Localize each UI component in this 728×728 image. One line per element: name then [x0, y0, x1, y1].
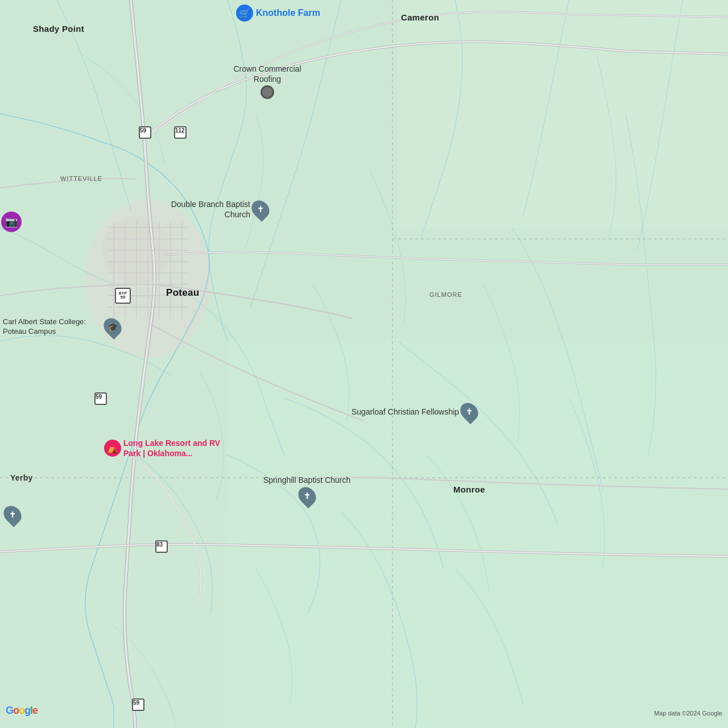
shield-59-mid-number: 59 — [96, 394, 102, 400]
camera-icon: 📷 — [5, 216, 18, 228]
double-branch-label: Double Branch Baptist Church — [159, 199, 250, 220]
shield-112-box: 112 — [174, 126, 187, 139]
map-attribution: Map data ©2024 Google — [654, 710, 722, 717]
shield-byp-number: 59 — [121, 295, 126, 300]
poi-carl-albert[interactable]: Carl Albert State College: Poteau Campus… — [0, 317, 121, 337]
knothole-farm-label: Knothole Farm — [256, 8, 320, 18]
poi-double-branch[interactable]: Double Branch Baptist Church ✝ — [159, 199, 268, 220]
long-lake-icon: ⛺ — [104, 440, 121, 457]
shield-112-number: 112 — [175, 127, 185, 134]
knothole-farm-icon: 🛒 — [236, 5, 253, 22]
shield-59-bot-number: 59 — [133, 700, 139, 706]
poi-long-lake[interactable]: ⛺ Long Lake Resort and RV Park | Oklahom… — [104, 438, 237, 458]
cross-left-icon: ✝ — [9, 510, 16, 519]
svg-rect-1 — [398, 0, 728, 228]
springhill-label: Springhill Baptist Church — [263, 475, 350, 485]
route-shield-59-mid: 59 — [94, 392, 107, 405]
shield-83-number: 83 — [156, 541, 163, 548]
map-svg-layer — [0, 0, 728, 728]
map-container[interactable]: 🛒 Knothole Farm Crown Commercial Roofing… — [0, 0, 728, 728]
shield-59-mid-box: 59 — [94, 392, 107, 405]
route-shield-112: 112 — [174, 126, 187, 139]
svg-rect-2 — [228, 341, 728, 728]
route-shield-byp-59: BYP 59 — [115, 288, 131, 304]
google-logo: Google — [6, 705, 38, 717]
sugarloaf-label: Sugarloaf Christian Fellowship — [351, 407, 459, 417]
crown-roofing-icon — [260, 85, 274, 99]
shield-byp-box: BYP 59 — [115, 288, 131, 304]
shield-59-top-number: 59 — [140, 127, 146, 134]
route-shield-59-top: 59 — [139, 126, 151, 139]
route-shield-83: 83 — [155, 540, 168, 553]
poi-sugarloaf[interactable]: Sugarloaf Christian Fellowship ✝ — [351, 402, 477, 421]
shield-83-box: 83 — [155, 540, 168, 553]
poi-crown-roofing[interactable]: Crown Commercial Roofing — [222, 64, 313, 99]
long-lake-label: Long Lake Resort and RV Park | Oklahoma.… — [123, 438, 237, 458]
crown-roofing-label: Crown Commercial Roofing — [222, 64, 313, 84]
poi-springhill[interactable]: Springhill Baptist Church ✝ — [263, 475, 350, 506]
poi-knothole-farm[interactable]: 🛒 Knothole Farm — [236, 5, 320, 22]
shield-59-bot-box: 59 — [132, 698, 144, 711]
springhill-icon: ✝ — [295, 483, 320, 508]
poi-camera-purple[interactable]: 📷 — [1, 212, 22, 232]
carl-albert-label: Carl Albert State College: Poteau Campus — [0, 317, 102, 337]
route-shield-59-bot: 59 — [132, 698, 144, 711]
shield-59-top-box: 59 — [139, 126, 151, 139]
